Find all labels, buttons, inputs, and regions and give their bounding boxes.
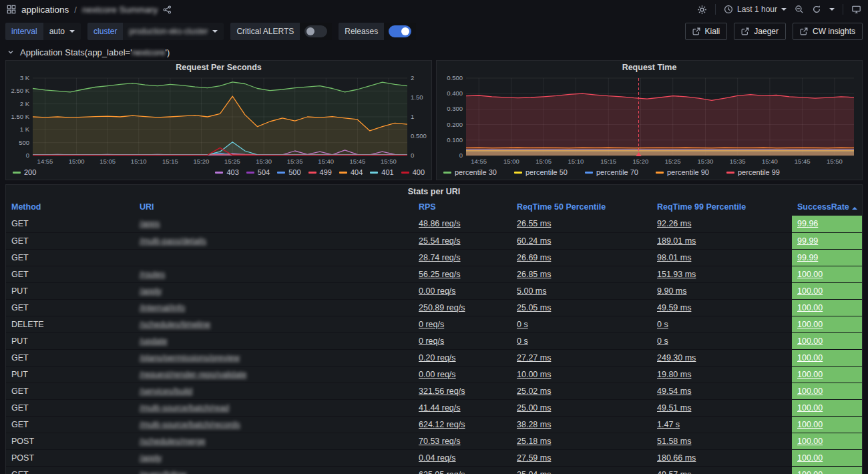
legend-item-500[interactable]: 500 [277,168,300,176]
column-header-rps[interactable]: RPS [413,198,511,216]
legend-item-percentile-50[interactable]: percentile 50 [514,168,568,176]
cell-reqtime-99-link[interactable]: 0 s [657,336,668,346]
cell-reqtime-99-link[interactable]: 92.26 ms [657,219,691,228]
uri-link[interactable]: /multi-source/batch/read [140,403,229,413]
cell-reqtime-50-link[interactable]: 26.69 ms [517,253,551,262]
cell-reqtime-50-link[interactable]: 38.28 ms [517,420,551,429]
critical-alerts-toggle[interactable] [304,25,327,37]
column-header-reqtime-50[interactable]: ReqTime 50 Percentile [511,198,652,216]
success-rate-link[interactable]: 100.00 [797,387,823,396]
cell-reqtime-50-link[interactable]: 25.05 ms [517,303,551,312]
uri-link[interactable]: /apply [140,286,162,296]
success-rate-link[interactable]: 99.96 [797,219,818,228]
dashboard-settings-button[interactable] [697,5,707,15]
cell-reqtime-99-link[interactable]: 19.80 ms [657,370,691,379]
cell-reqtime-50-link[interactable]: 0 s [517,336,528,346]
cell-reqtime-99-link[interactable]: 49.51 ms [657,403,691,413]
legend-item-percentile-90[interactable]: percentile 90 [656,168,709,176]
cell-reqtime-99-link[interactable]: 49.59 ms [657,303,691,312]
legend-item-percentile-70[interactable]: percentile 70 [585,168,638,176]
success-rate-link[interactable]: 100.00 [797,320,823,329]
cell-reqtime-50-link[interactable]: 0 s [517,320,528,329]
cell-reqtime-50-link[interactable]: 60.24 ms [517,236,551,246]
column-header-reqtime-99[interactable]: ReqTime 99 Percentile [652,198,792,216]
releases-toggle[interactable] [389,25,411,37]
cell-reqtime-50-link[interactable]: 25.18 ms [517,437,551,446]
legend-item-401[interactable]: 401 [370,168,393,176]
cell-reqtime-99-link[interactable]: 151.93 ms [657,270,696,279]
cell-reqtime-50-link[interactable]: 10.00 ms [517,370,551,379]
refresh-interval-dropdown[interactable] [829,8,835,11]
cell-rps-link[interactable]: 28.74 req/s [419,253,461,262]
uri-link[interactable]: /schedules/merge [140,437,206,446]
panel-title[interactable]: Request Per Seconds [6,61,431,74]
legend-item-200[interactable]: 200 [13,168,36,176]
cell-rps-link[interactable]: 0 req/s [419,320,444,329]
column-header-uri[interactable]: URI [134,198,413,216]
cell-rps-link[interactable]: 0.00 req/s [419,286,456,296]
time-range-picker[interactable]: Last 1 hour [724,5,787,14]
legend-item-400[interactable]: 400 [401,168,425,176]
cell-rps-link[interactable]: 0.04 req/s [419,453,456,463]
uri-link[interactable]: /schedules/timeline [140,320,210,329]
success-rate-link[interactable]: 100.00 [797,336,823,346]
success-rate-link[interactable]: 100.00 [797,286,823,296]
uri-link[interactable]: /multi-pass/details [140,236,206,246]
cell-rps-link[interactable]: 625.05 req/s [419,470,465,474]
cell-reqtime-50-link[interactable]: 5.00 ms [517,286,546,296]
cell-reqtime-99-link[interactable]: 9.90 ms [657,286,686,296]
section-row-application-stats[interactable]: Application Stats(app_label='nextcore') [0,44,868,60]
legend-item-404[interactable]: 404 [339,168,363,176]
legend-item-percentile-30[interactable]: percentile 30 [443,168,497,176]
uri-link[interactable]: /plans/permissions/preview [140,353,240,363]
panel-title[interactable]: Stats per URI [6,185,862,198]
cell-reqtime-50-link[interactable]: 27.27 ms [517,353,551,363]
cell-reqtime-99-link[interactable]: 180.66 ms [657,453,696,463]
cell-rps-link[interactable]: 624.12 req/s [419,420,465,429]
cell-reqtime-99-link[interactable]: 51.58 ms [657,437,691,446]
cell-rps-link[interactable]: 70.53 req/s [419,437,461,446]
success-rate-link[interactable]: 100.00 [797,470,823,474]
cell-rps-link[interactable]: 0.20 req/s [419,353,456,363]
cell-rps-link[interactable]: 25.54 req/s [419,236,461,246]
uri-link[interactable]: /update [140,336,168,346]
cell-reqtime-99-link[interactable]: 98.01 ms [657,253,691,262]
cell-reqtime-99-link[interactable]: 189.01 ms [657,236,696,246]
uri-link[interactable]: /services/build [140,387,192,396]
uri-link[interactable]: /request/render-repo/validate [140,370,247,379]
cycle-view-mode-button[interactable] [851,5,861,14]
cell-rps-link[interactable]: 56.25 req/s [419,270,461,279]
uri-link[interactable]: /internal/info [140,303,185,312]
success-rate-link[interactable]: 100.00 [797,370,823,379]
success-rate-link[interactable]: 100.00 [797,437,823,446]
success-rate-link[interactable]: 100.00 [797,420,823,429]
success-rate-link[interactable]: 100.00 [797,403,823,413]
cell-reqtime-99-link[interactable]: 49.57 ms [657,470,691,474]
request-time-chart[interactable]: 14:5515:0015:0515:1015:1515:2015:2515:30… [437,74,862,166]
legend-item-499[interactable]: 499 [308,168,332,176]
panel-title[interactable]: Request Time [437,61,862,74]
uri-link[interactable]: /apps [140,219,160,228]
cell-reqtime-99-link[interactable]: 0 s [657,320,668,329]
success-rate-link[interactable]: 100.00 [797,270,823,279]
column-header-success-rate[interactable]: SuccessRate [792,198,863,216]
cw-insights-link-button[interactable]: CW insights [793,23,863,40]
legend-item-504[interactable]: 504 [246,168,270,176]
success-rate-link[interactable]: 99.99 [797,236,818,246]
cell-rps-link[interactable]: 0 req/s [419,336,444,346]
success-rate-link[interactable]: 100.00 [797,453,823,463]
breadcrumb-root[interactable]: applications [21,5,69,15]
cell-reqtime-50-link[interactable]: 26.85 ms [517,270,551,279]
apps-grid-icon[interactable] [7,5,16,14]
legend-item-percentile-99[interactable]: percentile 99 [726,168,780,176]
column-header-method[interactable]: Method [6,198,134,216]
kiali-link-button[interactable]: Kiali [685,23,728,40]
cell-rps-link[interactable]: 48.86 req/s [419,219,461,228]
cell-reqtime-99-link[interactable]: 1.47 s [657,420,680,429]
jaeger-link-button[interactable]: Jaeger [734,23,786,40]
cell-rps-link[interactable]: 321.56 req/s [419,387,465,396]
cell-reqtime-99-link[interactable]: 49.54 ms [657,387,691,396]
cell-reqtime-50-link[interactable]: 25.02 ms [517,387,551,396]
uri-link[interactable]: /routes [140,270,165,279]
cell-reqtime-50-link[interactable]: 27.59 ms [517,453,551,463]
